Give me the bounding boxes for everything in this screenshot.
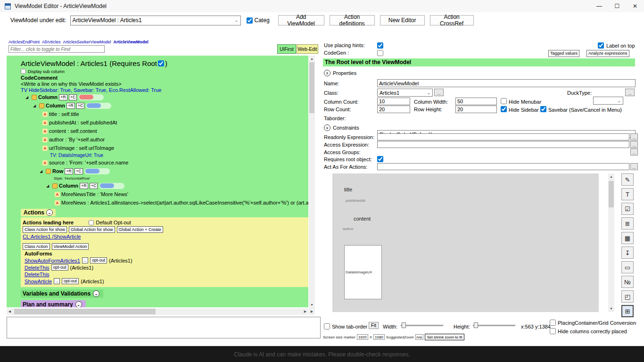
preview-image-placeholder[interactable]: DataIsImageUrl [344, 245, 382, 299]
global-action-for-show-button[interactable]: Global Action for show [69, 226, 115, 233]
global-action-create-button[interactable]: Global Action + Create [117, 226, 163, 233]
default-optout-checkbox[interactable] [89, 220, 94, 225]
tree-leaf-source[interactable]: A source : 'From: '+self.source.name [21, 158, 308, 167]
add-row-button[interactable]: +R [59, 94, 67, 100]
scroll-left-icon[interactable]: ◀ [7, 310, 13, 313]
vertical-scrollbar[interactable]: ▲ ▼ [309, 56, 315, 308]
deletethis-link-2[interactable]: DeleteThis [25, 272, 50, 277]
column-count-field[interactable] [377, 98, 410, 105]
list-icon[interactable]: ≣ [621, 217, 634, 230]
set-shrink-zoom-button[interactable]: Set shrink zoom to fit [425, 334, 465, 340]
placing-container-checkbox[interactable] [550, 320, 556, 326]
cl-showarticle-link[interactable]: CL:Articles1 /ShowArticle [23, 234, 81, 239]
access-groups-browse-button[interactable]: ... [630, 148, 638, 156]
add-viewmodel-button[interactable]: Add ViewModel [278, 15, 324, 25]
breadcrumb-allarticles[interactable]: AllArticles [42, 40, 61, 44]
deletethis-link[interactable]: DeleteThis [25, 265, 50, 271]
message-box[interactable] [7, 317, 321, 338]
use-placing-hints-checkbox[interactable] [377, 42, 383, 49]
minimize-button[interactable]: — [590, 0, 608, 12]
height-slider[interactable] [473, 322, 515, 329]
optout-button[interactable]: opt-out [62, 278, 79, 284]
optout-button[interactable]: opt-out [51, 264, 68, 271]
ducktype-browse-button[interactable]: ... [625, 89, 635, 96]
row-count-field[interactable] [377, 106, 410, 113]
viewmodel-action-button[interactable]: ViewModel Action [52, 243, 89, 250]
tree-leaf-content[interactable]: A content : self.content [21, 127, 308, 135]
scroll-right-icon[interactable]: ▶ [302, 310, 308, 313]
expander-icon[interactable]: ◢ [40, 169, 44, 173]
showarticle-link[interactable]: ShowArticle [25, 279, 52, 284]
scroll-up-icon[interactable]: ▲ [608, 173, 614, 180]
constraints-section-header[interactable]: ∨ Constraints [324, 124, 359, 131]
expander-icon[interactable]: ◢ [33, 104, 38, 108]
webedit-button[interactable]: Web-Edit [297, 44, 318, 54]
requires-root-object-checkbox[interactable] [377, 156, 383, 162]
hide-sidebar-checkbox[interactable] [501, 106, 507, 112]
chevron-down-icon[interactable]: ⌄ [93, 290, 99, 297]
screen-width-field[interactable]: 1920 [357, 334, 368, 340]
text-icon[interactable]: T [621, 188, 634, 200]
class-select[interactable]: Articles1 ⌄ [377, 89, 433, 97]
requires-root-checkbox[interactable] [158, 60, 164, 66]
column-width-field[interactable] [455, 98, 497, 105]
tree-leaf-morenewstitle[interactable]: A MoreNewsTitle : 'More News' [21, 190, 308, 198]
ducktype-select[interactable]: ⌄ [593, 97, 623, 105]
dots-button[interactable]: .. [54, 278, 60, 284]
chevron-up-icon[interactable]: ∧ [324, 70, 330, 76]
breadcrumb-articlesseekerviewmodel[interactable]: ArticlesSeekerViewModel [63, 40, 111, 44]
breadcrumb-articlesendpoint[interactable]: ArticlesEndPoint [8, 40, 40, 44]
action-crossref-button[interactable]: Action CrossRef [430, 15, 474, 25]
checkbox-icon[interactable]: ☑ [621, 203, 634, 215]
label-on-top-checkbox[interactable] [598, 42, 604, 49]
readonly-browse-button[interactable]: ... [630, 133, 638, 140]
close-button[interactable]: ✕ [626, 0, 644, 12]
scroll-corner[interactable]: ▶ [309, 308, 315, 315]
tree-node-row[interactable]: ◢ Row +R +C [21, 167, 308, 175]
showautoform-link[interactable]: ShowAutoFormArticles1 [25, 258, 80, 263]
scroll-up-icon[interactable]: ▲ [309, 56, 315, 62]
tree-node-column-3[interactable]: ◢ Column +R +C [21, 181, 308, 190]
pill-track[interactable] [78, 94, 104, 100]
viewmodel-select[interactable]: ArticleViewModel : Articles1 ⌄ [70, 16, 241, 25]
analyze-expressions-button[interactable]: Analyze expressions [586, 50, 629, 57]
show-tab-order-checkbox[interactable] [324, 323, 330, 329]
pill-track[interactable] [99, 183, 124, 189]
add-row-button[interactable]: +R [66, 103, 75, 109]
add-column-button[interactable]: +C [76, 103, 85, 109]
scrollbar-thumb[interactable] [609, 181, 614, 207]
plan-section-header[interactable]: Plan and summary ⌄ [21, 300, 86, 307]
categ-checkbox[interactable] [247, 17, 253, 24]
class-browse-button[interactable]: ... [434, 89, 444, 96]
act-as-field[interactable] [377, 163, 629, 170]
width-slider[interactable] [401, 322, 443, 329]
maximize-button[interactable]: ☐ [608, 0, 626, 12]
readonly-expression-field[interactable] [377, 133, 629, 140]
tree-leaf-urltoimage[interactable]: A urlToImage : self.urlToImage [21, 144, 308, 152]
tree-leaf-publishedat[interactable]: A publishedAt : self.publishedAt [21, 118, 308, 127]
scroll-down-icon[interactable]: ▼ [608, 305, 614, 312]
layout-preview-canvas[interactable]: title publishedAt content author DataIsI… [332, 173, 599, 312]
display-sub-column-checkbox[interactable] [21, 69, 26, 74]
variables-section-header[interactable]: Variables and Validations ⌄ [21, 289, 103, 298]
access-expression-field[interactable] [377, 141, 629, 148]
slider-thumb[interactable] [402, 322, 406, 328]
add-column-button[interactable]: +C [74, 168, 83, 174]
calendar-icon[interactable]: ▦ [621, 232, 634, 244]
package-icon[interactable]: ◰ [621, 290, 634, 303]
scrollbar-thumb[interactable] [14, 309, 156, 314]
add-row-button[interactable]: +R [65, 168, 73, 174]
screen-height-field[interactable]: 1080 [373, 334, 385, 340]
edit-icon[interactable]: ✎ [621, 173, 634, 186]
codecomment-hint[interactable]: <Write a line on why this ViewModel exis… [21, 81, 308, 87]
preview-field-author[interactable]: author [343, 227, 354, 231]
tree-leaf-title[interactable]: A title : self.title [21, 110, 308, 118]
filter-input[interactable] [8, 45, 105, 53]
preview-field-title[interactable]: title [344, 187, 352, 192]
horizontal-scrollbar[interactable]: ◀ ▶ [7, 308, 308, 315]
chevron-down-icon[interactable]: ∨ [324, 124, 330, 131]
act-as-browse-button[interactable]: ... [630, 163, 638, 170]
tree-leaf-morenews[interactable]: A MoreNews : Articles1.allinstances->sel… [21, 198, 308, 207]
breadcrumb-articleviewmodel[interactable]: ArticleViewModel [113, 40, 148, 44]
grid-icon[interactable]: ⊞ [621, 305, 634, 317]
